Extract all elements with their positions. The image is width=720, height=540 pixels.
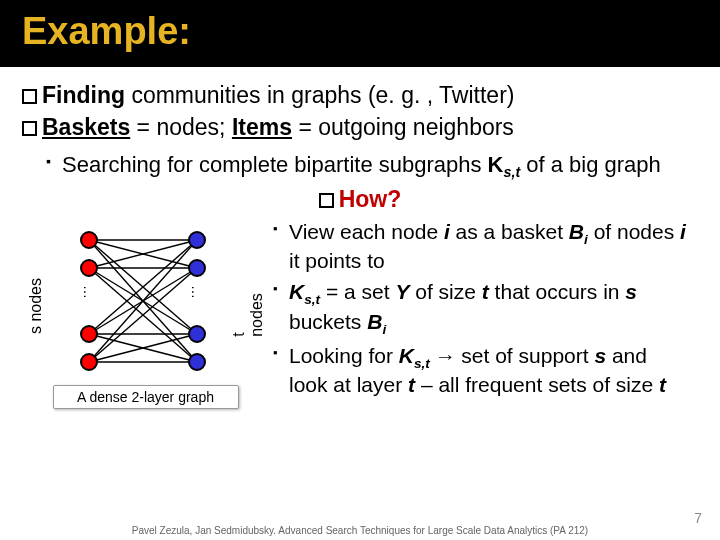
bullet-2-rest: = outgoing neighbors xyxy=(292,114,514,140)
bullet-1: Finding communities in graphs (e. g. , T… xyxy=(22,81,698,111)
rb-3-t2: t xyxy=(659,373,666,396)
subbullet-1-text-b: of a big graph xyxy=(520,152,661,177)
rb-3a: Looking for xyxy=(289,344,399,367)
rb-2-K: K xyxy=(289,280,304,303)
rb-2-Y: Y xyxy=(395,280,409,303)
rb-3-Ksub: s,t xyxy=(414,356,430,371)
rb-3-t: t xyxy=(408,373,415,396)
rb-2-B: B xyxy=(367,310,382,333)
t-node xyxy=(188,325,206,343)
rb-1: View each node i as a basket Bi of nodes… xyxy=(273,219,688,276)
rb-2: Ks,t = a set Y of size t that occurs in … xyxy=(273,279,688,338)
rb-2b: of size xyxy=(409,280,481,303)
rb-2-t: t xyxy=(482,280,489,303)
bullet-2-mid: = nodes; xyxy=(130,114,232,140)
diagram-caption: A dense 2-layer graph xyxy=(53,385,239,409)
rb-2c: that occurs in xyxy=(489,280,626,303)
rb-1d: it points to xyxy=(289,249,385,272)
subbullet-1-K: K xyxy=(488,152,504,177)
rb-1c: of nodes xyxy=(588,220,680,243)
bullet-1-bold: Finding xyxy=(42,82,125,108)
edges-svg xyxy=(28,219,263,379)
how-text: How? xyxy=(339,186,402,212)
left-axis-label: s nodes xyxy=(27,278,45,334)
bipartite-diagram: s nodes t nodes … … xyxy=(28,219,263,379)
checkbox-icon xyxy=(22,89,37,104)
slide-title: Example: xyxy=(22,10,698,53)
page-number: 7 xyxy=(694,510,702,526)
footer-attribution: Pavel Zezula, Jan Sedmidubsky. Advanced … xyxy=(0,525,720,536)
rb-2-Bsub: i xyxy=(382,322,386,337)
rb-3b: set of support xyxy=(461,344,594,367)
subbullet-1-sub: s,t xyxy=(503,164,520,180)
s-node xyxy=(80,259,98,277)
checkbox-icon xyxy=(319,193,334,208)
rb-1-B: B xyxy=(569,220,584,243)
how-label: How? xyxy=(319,186,402,212)
rb-3-s: s xyxy=(594,344,606,367)
bullet-2-baskets: Baskets xyxy=(42,114,130,140)
rb-3: Looking for Ks,t → set of support s and … xyxy=(273,343,688,400)
rb-3d: – all frequent sets of size xyxy=(415,373,659,396)
how-row: How? xyxy=(22,186,698,213)
bullet-2-items: Items xyxy=(232,114,292,140)
title-bar: Example: xyxy=(0,0,720,67)
bullet-1-rest: communities in graphs (e. g. , Twitter) xyxy=(125,82,514,108)
s-node xyxy=(80,231,98,249)
content-area: Finding communities in graphs (e. g. , T… xyxy=(0,67,720,409)
subbullet-1: Searching for complete bipartite subgrap… xyxy=(46,151,698,182)
rb-2a: = a set xyxy=(320,280,395,303)
right-bullets: View each node i as a basket Bi of nodes… xyxy=(273,219,688,403)
right-axis-label: t nodes xyxy=(230,293,266,337)
ellipsis-icon: … xyxy=(194,285,200,301)
rb-2d: buckets xyxy=(289,310,367,333)
diagram-column: s nodes t nodes … … A dense 2-layer grap… xyxy=(28,219,263,409)
rb-3-K: K xyxy=(399,344,414,367)
rb-1a: View each node xyxy=(289,220,444,243)
s-node xyxy=(80,325,98,343)
t-node xyxy=(188,353,206,371)
rb-2-s: s xyxy=(625,280,637,303)
arrow-icon: → xyxy=(430,344,462,368)
t-node xyxy=(188,259,206,277)
t-node xyxy=(188,231,206,249)
rb-1-i2: i xyxy=(680,220,686,243)
rb-1b: as a basket xyxy=(450,220,569,243)
rb-2-Ksub: s,t xyxy=(304,292,320,307)
lower-row: s nodes t nodes … … A dense 2-layer grap… xyxy=(22,219,698,409)
checkbox-icon xyxy=(22,121,37,136)
s-node xyxy=(80,353,98,371)
subbullet-1-text-a: Searching for complete bipartite subgrap… xyxy=(62,152,488,177)
bullet-2: Baskets = nodes; Items = outgoing neighb… xyxy=(22,113,698,143)
ellipsis-icon: … xyxy=(86,285,92,301)
